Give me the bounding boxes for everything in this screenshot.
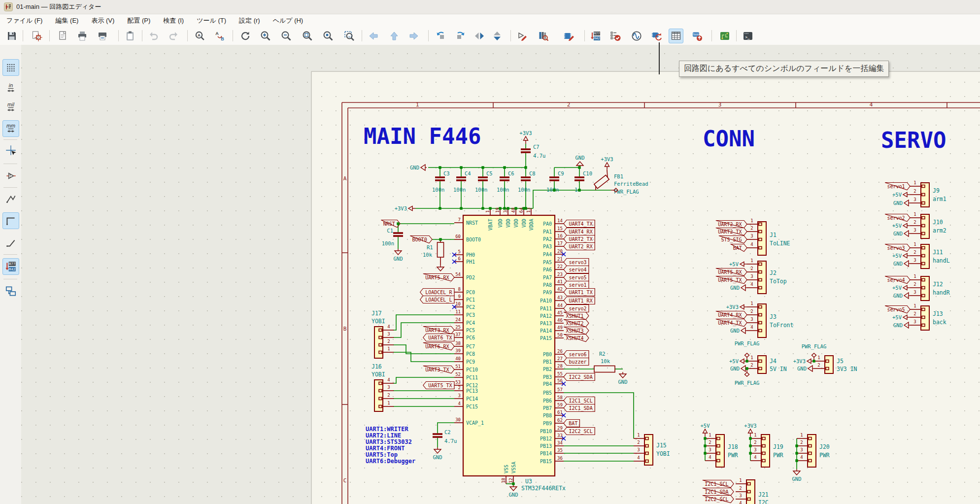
toolbar-setup-button[interactable] [30,29,44,43]
symbol-fields-table-icon [670,30,682,42]
toolbar-library-browser-button[interactable] [536,29,551,43]
toolbar-sheetset-button[interactable] [56,29,70,43]
toolbar-rotate-cw-button[interactable] [453,29,468,43]
menu-item-place[interactable]: 配置 (P) [121,14,157,27]
toolbar-zoom-in-button[interactable] [258,29,273,43]
svg-text:VDD: VDD [498,219,503,228]
toolbar-annotate-button[interactable]: R??R42 [588,29,603,43]
power-+5V[interactable]: +5V [729,261,747,267]
svg-text:PWR: PWR [773,452,783,459]
svg-text:1: 1 [800,433,803,437]
left-toolbar-cursor-shape-button[interactable] [2,142,19,159]
toolbar-edit-symbol-button[interactable] [514,29,529,43]
left-toolbar-hidden-pins-button[interactable] [2,168,19,184]
svg-text:100n: 100n [546,187,559,193]
symbol-U3[interactable]: 7NRST60BOOT05PH06PH154PD28PC09PC110PC211… [454,207,566,492]
left-toolbar-wire-hv-button[interactable] [2,212,19,229]
net-label-LOADCEL_R[interactable]: LOADCEL_R [420,289,454,296]
svg-text:2: 2 [913,282,916,287]
junction [522,207,525,209]
junction [745,360,748,362]
power-+5V[interactable]: +5V [892,314,910,320]
toolbar-export-bom-button[interactable]: bom [690,29,705,43]
svg-text:servo1: servo1 [887,184,905,189]
toolbar-findrep-button[interactable]: AB [212,29,227,43]
left-toolbar-wire-45-button[interactable] [2,234,19,251]
toolbar-refresh-button[interactable] [238,29,253,43]
toolbar-nav-up-button[interactable] [387,29,402,43]
svg-text:5: 5 [458,249,461,254]
toolbar-symbol-fields-table-button[interactable] [669,29,683,43]
menu-item-help[interactable]: ヘルプ (H) [267,14,310,27]
svg-text:GND: GND [410,165,419,170]
zoom-selection-icon [343,30,355,42]
toolbar-nav-back-button[interactable] [366,29,381,43]
svg-text:R2: R2 [599,351,606,357]
power-+5V[interactable]: +5V [729,358,747,364]
toolbar-zoom-objects-button[interactable] [321,29,336,43]
power-+3V3[interactable]: +3V3 [395,205,415,211]
svg-text:GND: GND [394,256,403,262]
toolbar-rotate-ccw-button[interactable] [434,29,448,43]
svg-text:+3V3: +3V3 [726,304,739,310]
svg-text:1: 1 [750,218,753,223]
toolbar-tooltip: 回路図にあるすべてのシンボルのフィールドを一括編集 [679,61,889,77]
toolbar-find-button[interactable]: A [193,29,207,43]
zoom-out-icon [280,30,292,42]
svg-text:46: 46 [557,318,563,323]
toolbar-mirror-v-button[interactable] [490,29,505,43]
power-+5V[interactable]: +5V [892,285,910,291]
toolbar-symbol-editor-button[interactable] [562,29,576,43]
toolbar-undo-button[interactable] [146,29,161,43]
menu-item-view[interactable]: 表示 (V) [85,14,121,27]
toolbar-footprint-console-button[interactable]: >_ [741,29,755,43]
power-+5V[interactable]: +5V [892,192,910,198]
left-toolbar-annotate-auto-button[interactable]: R??R42 [2,258,19,275]
toolbar-open-pcb-button[interactable] [717,29,732,43]
toolbar-simulator-button[interactable] [629,29,644,43]
svg-text:UART4_TX: UART4_TX [569,221,593,227]
left-toolbar-units-mm-button[interactable]: mm [2,120,19,137]
toolbar-zoom-out-button[interactable] [279,29,294,43]
toolbar-plot-button[interactable] [95,29,110,43]
svg-text:PC10: PC10 [466,367,478,372]
svg-text:B: B [221,36,224,41]
left-toolbar-separator [3,279,17,279]
left-toolbar-grid-visibility-button[interactable] [2,59,19,76]
toolbar-redo-button[interactable] [166,29,181,43]
power-+5V[interactable]: +5V [892,223,910,229]
left-toolbar-wire-free-angle-button[interactable] [2,191,19,207]
svg-text:PC12: PC12 [466,383,478,388]
junction [499,207,501,209]
power-+5V[interactable]: +5V [892,253,910,259]
toolbar-print-button[interactable] [75,29,90,43]
svg-text:SERVO: SERVO [881,128,946,153]
power-+3V3[interactable]: +3V3 [793,358,814,364]
toolbar-mirror-h-button[interactable] [472,29,487,43]
left-toolbar-units-mil-button[interactable]: mil [2,99,19,116]
menu-item-inspect[interactable]: 検査 (I) [157,14,190,27]
toolbar-zoom-page-button[interactable] [300,29,315,43]
menu-item-file[interactable]: ファイル (F) [0,14,49,27]
power-+3V3[interactable]: +3V3 [726,304,747,310]
toolbar-nav-forward-button[interactable] [406,29,421,43]
left-toolbar-units-inch-button[interactable]: in [2,80,19,97]
schematic-canvas[interactable]: 1234ABCMAIN F446CONNSERVOUART1:WRITERUAR… [21,45,980,504]
menu-item-preferences[interactable]: 設定 (r) [233,14,267,27]
svg-text:51: 51 [455,364,461,369]
toolbar-erc-button[interactable] [608,29,623,43]
menu-item-edit[interactable]: 編集 (E) [49,14,85,27]
left-toolbar-hierarchy-navigator-button[interactable] [2,283,19,300]
svg-text:1: 1 [750,258,753,263]
junction [439,207,441,209]
toolbar-paste-button[interactable] [123,29,137,43]
svg-text:C: C [343,477,347,484]
svg-text:59: 59 [557,403,563,407]
toolbar-update-symbols-button[interactable] [649,29,664,43]
menu-item-tools[interactable]: ツール (T) [190,14,233,27]
svg-text:MAIN F446: MAIN F446 [364,124,481,149]
net-label-LOADCEL_L[interactable]: LOADCEL_L [420,296,454,303]
toolbar-save-button[interactable] [4,29,19,43]
svg-text:YOBI: YOBI [372,371,385,378]
toolbar-zoom-selection-button[interactable] [342,29,357,43]
